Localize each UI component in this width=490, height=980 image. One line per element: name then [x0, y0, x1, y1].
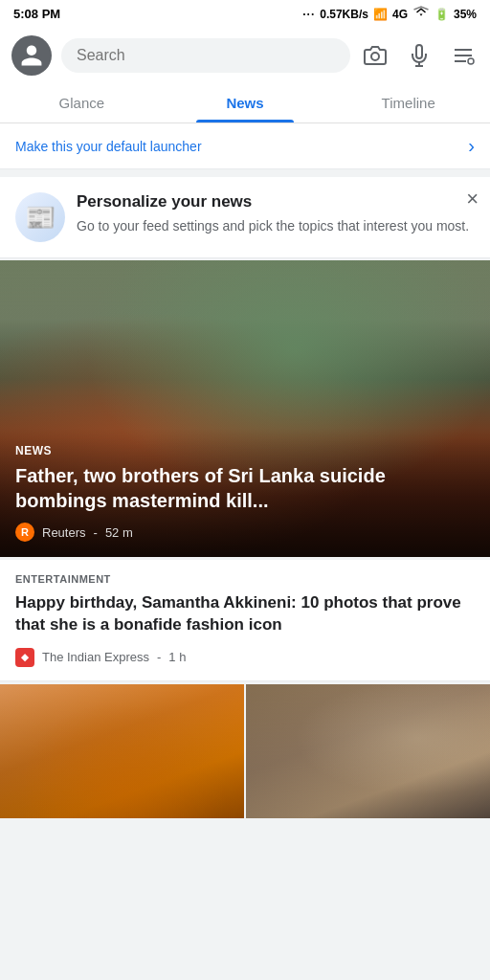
reuters-icon: R [15, 523, 34, 542]
personalize-card: × 📰 Personalize your news Go to your fee… [0, 177, 490, 258]
svg-rect-5 [455, 60, 466, 62]
camera-button[interactable] [360, 40, 390, 71]
launcher-banner[interactable]: Make this your default launcher › [0, 123, 490, 169]
menu-button[interactable] [448, 40, 479, 71]
entertainment-card[interactable]: ENTERTAINMENT Happy birthday, Samantha A… [0, 560, 490, 681]
launcher-text: Make this your default launcher [15, 139, 202, 154]
tab-timeline[interactable]: Timeline [326, 83, 490, 122]
status-indicators: ··· 0.57KB/s 📶 4G 🔋 35% [302, 6, 477, 22]
news-hero-title: Father, two brothers of Sri Lanka suicid… [15, 463, 475, 513]
signal-dots: ··· [302, 8, 315, 21]
svg-rect-4 [455, 55, 472, 56]
svg-rect-3 [455, 49, 472, 51]
news-hero-category: NEWS [15, 444, 475, 457]
personalize-description: Go to your feed settings and pick the to… [77, 217, 469, 236]
grid-image-left[interactable] [0, 684, 244, 818]
mic-button[interactable] [404, 40, 434, 71]
signal-bars: 📶 [373, 8, 388, 21]
chevron-right-icon: › [468, 135, 475, 157]
ent-source-time: 1 h [168, 650, 186, 664]
battery-icon: 🔋 [434, 8, 449, 21]
ent-source: ◆ The Indian Express - 1 h [15, 648, 475, 667]
search-input-wrapper[interactable] [61, 38, 350, 73]
search-icons [360, 40, 479, 71]
search-input[interactable] [77, 47, 335, 64]
avatar[interactable] [11, 35, 52, 76]
search-bar-container [0, 28, 490, 83]
ent-title: Happy birthday, Samantha Akkineni: 10 ph… [15, 592, 475, 636]
source-time: 52 m [105, 525, 133, 540]
indian-express-icon: ◆ [15, 648, 34, 667]
news-hero-overlay: NEWS Father, two brothers of Sri Lanka s… [0, 429, 490, 557]
personalize-title: Personalize your news [77, 192, 469, 212]
personalize-content: Personalize your news Go to your feed se… [77, 192, 469, 236]
tab-glance[interactable]: Glance [0, 83, 164, 122]
news-hero-card[interactable]: NEWS Father, two brothers of Sri Lanka s… [0, 260, 490, 557]
personalize-icon: 📰 [15, 192, 65, 242]
svg-point-6 [468, 58, 474, 64]
news-hero-source: R Reuters - 52 m [15, 523, 475, 542]
ent-source-separator: - [157, 650, 161, 664]
close-button[interactable]: × [466, 189, 479, 210]
source-separator: - [94, 525, 98, 540]
wifi-icon [412, 6, 430, 22]
ent-source-name: The Indian Express [42, 650, 149, 664]
network-speed: 0.57KB/s [320, 8, 368, 21]
personalize-card-header: 📰 Personalize your news Go to your feed … [15, 192, 475, 242]
status-bar: 5:08 PM ··· 0.57KB/s 📶 4G 🔋 35% [0, 0, 490, 28]
network-type: 4G [392, 8, 408, 21]
tab-news[interactable]: News [164, 83, 327, 122]
grid-image-right[interactable] [246, 684, 490, 818]
tabs-container: Glance News Timeline [0, 83, 490, 123]
ent-category: ENTERTAINMENT [15, 573, 475, 585]
source-name: Reuters [42, 525, 86, 540]
time: 5:08 PM [13, 7, 60, 21]
battery-level: 35% [454, 8, 477, 21]
image-grid [0, 684, 490, 818]
svg-point-0 [371, 53, 379, 60]
